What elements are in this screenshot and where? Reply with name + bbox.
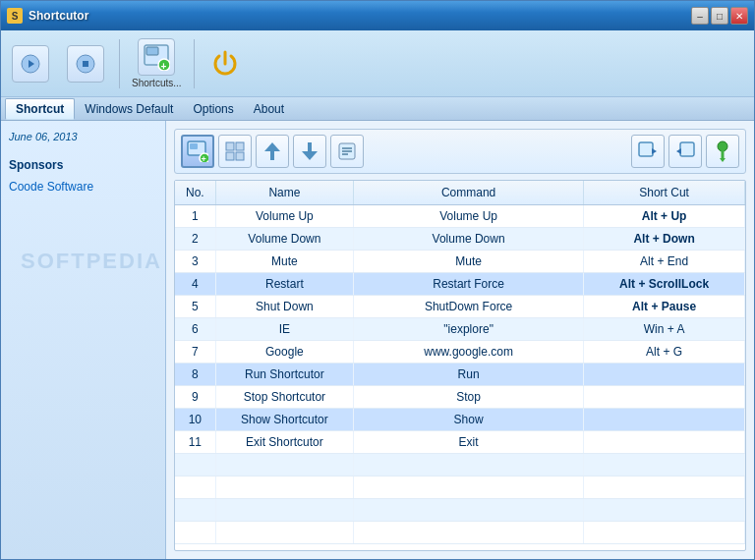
table-row[interactable]: 1Volume UpVolume UpAlt + Up [175, 205, 745, 228]
svg-marker-16 [264, 142, 280, 151]
menu-bar: Shortcut Windows Default Options About [1, 97, 754, 121]
cell-shortcut: Alt + End [584, 251, 745, 273]
close-button[interactable]: ✕ [730, 7, 748, 25]
table-row[interactable]: 4RestartRestart ForceAlt + ScrollLock [175, 273, 745, 296]
cell-no: 9 [175, 386, 215, 409]
cell-no: 1 [175, 205, 215, 228]
cell-no: 4 [175, 273, 215, 296]
table-row[interactable]: 11Exit ShortcutorExit [175, 431, 745, 454]
table-row[interactable]: 8Run ShortcutorRun [175, 364, 745, 386]
cell-command: Run [354, 364, 584, 386]
cell-shortcut [584, 386, 745, 409]
cell-command: "iexplore" [354, 318, 584, 341]
pin-btn[interactable] [706, 135, 739, 168]
cell-no: 6 [175, 318, 215, 341]
cell-no: 11 [175, 431, 215, 454]
svg-rect-12 [226, 142, 234, 150]
menu-about[interactable]: About [244, 99, 294, 119]
table-row[interactable]: 5Shut DownShutDown ForceAlt + Pause [175, 296, 745, 318]
main-toolbar: + Shortcuts... [1, 30, 754, 97]
stop-icon [67, 45, 104, 83]
table-header-row: No. Name Command Short Cut [175, 181, 745, 205]
cell-shortcut: Alt + Up [584, 205, 745, 228]
svg-point-28 [718, 141, 727, 151]
cell-name: Volume Down [215, 228, 353, 251]
cell-command: ShutDown Force [354, 296, 584, 318]
sidebar: SOFTPEDIA June 06, 2013 Sponsors Coode S… [1, 121, 166, 559]
toolbar-divider-2 [194, 39, 195, 88]
svg-marker-18 [302, 151, 318, 160]
table-row-empty [175, 499, 745, 522]
cell-shortcut: Win + A [584, 318, 745, 341]
shortcuts-label: Shortcuts... [132, 78, 182, 88]
svg-text:+: + [202, 154, 206, 162]
svg-rect-29 [722, 150, 725, 158]
move-down-btn[interactable] [293, 135, 326, 168]
col-no: No. [175, 181, 215, 205]
cell-shortcut: Alt + Pause [584, 296, 745, 318]
cell-no: 7 [175, 341, 215, 364]
cell-shortcut [584, 431, 745, 454]
cell-command: Volume Up [354, 205, 584, 228]
col-command: Command [354, 181, 584, 205]
table-row-empty [175, 476, 745, 499]
cell-command: Volume Down [354, 228, 584, 251]
cell-command: Stop [354, 386, 584, 409]
title-bar: S Shortcutor – □ ✕ [1, 1, 754, 30]
shortcuts-button[interactable]: + Shortcuts... [132, 38, 182, 88]
sidebar-date: June 06, 2013 [9, 129, 157, 142]
cell-no: 3 [175, 251, 215, 273]
menu-windows-default[interactable]: Windows Default [75, 99, 183, 119]
main-window: S Shortcutor – □ ✕ [0, 0, 755, 560]
svg-rect-9 [190, 143, 198, 149]
cell-no: 2 [175, 228, 215, 251]
cell-name: Show Shortcutor [215, 409, 353, 431]
cell-name: Google [215, 341, 353, 364]
cell-command: Restart Force [354, 273, 584, 296]
table-row[interactable]: 10Show ShortcutorShow [175, 409, 745, 431]
edit-btn[interactable] [330, 135, 364, 168]
coode-software-link[interactable]: Coode Software [9, 178, 157, 196]
table-row[interactable]: 7Googlewww.google.comAlt + G [175, 341, 745, 364]
maximize-button[interactable]: □ [711, 7, 728, 25]
cell-shortcut: Alt + ScrollLock [584, 273, 745, 296]
minimize-button[interactable]: – [691, 7, 709, 25]
add-grid-btn[interactable] [218, 135, 252, 168]
add-shortcut-btn[interactable]: + [181, 135, 214, 168]
svg-rect-19 [308, 142, 312, 151]
import-btn[interactable] [668, 135, 702, 168]
table-row[interactable]: 6IE"iexplore"Win + A [175, 318, 745, 341]
cell-name: Mute [215, 251, 353, 273]
svg-text:+: + [161, 61, 167, 72]
svg-marker-27 [676, 148, 681, 154]
stop-button[interactable] [64, 45, 107, 83]
svg-rect-5 [146, 47, 158, 55]
svg-rect-17 [270, 151, 274, 160]
cell-no: 10 [175, 409, 215, 431]
cell-no: 8 [175, 364, 215, 386]
menu-options[interactable]: Options [183, 99, 243, 119]
play-button[interactable] [9, 45, 52, 83]
cell-shortcut [584, 409, 745, 431]
col-shortcut: Short Cut [584, 181, 745, 205]
cell-shortcut: Alt + G [584, 341, 745, 364]
table-row[interactable]: 9Stop ShortcutorStop [175, 386, 745, 409]
export-btn[interactable] [631, 135, 665, 168]
softpedia-watermark: SOFTPEDIA [21, 249, 162, 274]
move-up-btn[interactable] [256, 135, 289, 168]
svg-rect-13 [236, 142, 244, 150]
table-row[interactable]: 3MuteMuteAlt + End [175, 251, 745, 273]
cell-command: www.google.com [354, 341, 584, 364]
cell-name: Shut Down [215, 296, 353, 318]
menu-shortcut[interactable]: Shortcut [5, 98, 75, 120]
svg-rect-14 [226, 152, 234, 160]
table-row-empty [175, 522, 745, 544]
power-button[interactable] [206, 45, 244, 83]
cell-name: Stop Shortcutor [215, 386, 353, 409]
content-panel: + [166, 121, 754, 559]
table-row-empty [175, 454, 745, 476]
action-toolbar: + [174, 129, 746, 174]
table-row[interactable]: 2Volume DownVolume DownAlt + Down [175, 228, 745, 251]
cell-name: Restart [215, 273, 353, 296]
cell-name: IE [215, 318, 353, 341]
